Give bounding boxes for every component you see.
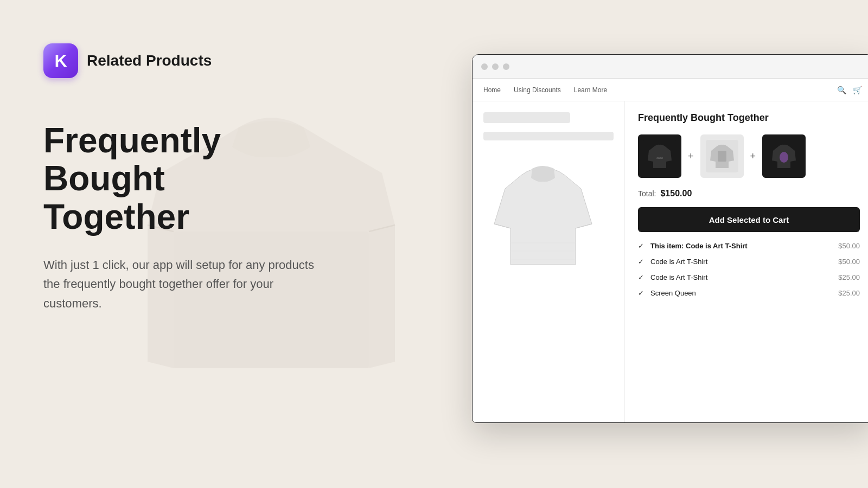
- svg-point-13: [780, 152, 788, 163]
- item-row: ✓ Code is Art T-Shirt $50.00: [638, 258, 860, 266]
- headline-line2: Together: [43, 197, 189, 236]
- add-to-cart-button[interactable]: Add Selected to Cart: [638, 207, 860, 232]
- page-subtext: With just 1 click, our app will setup fo…: [43, 255, 315, 313]
- search-icon[interactable]: 🔍: [837, 86, 846, 94]
- item-price-3: $25.00: [838, 273, 860, 281]
- check-icon-1: ✓: [638, 242, 644, 250]
- product-desc-skeleton: [483, 132, 614, 140]
- logo-letter: K: [54, 51, 67, 71]
- svg-rect-11: [718, 151, 726, 162]
- product-image-area: [473, 101, 624, 422]
- browser-chrome: [473, 55, 868, 79]
- nav-link-discounts[interactable]: Using Discounts: [514, 86, 561, 94]
- nav-icons: 🔍 🛒: [837, 86, 862, 94]
- headline-line1: Frequently Bought: [43, 121, 221, 198]
- browser-content: Frequently Bought Together code +: [473, 101, 868, 422]
- cart-icon[interactable]: 🛒: [853, 86, 862, 94]
- browser-dot-yellow: [492, 63, 499, 70]
- fbt-title: Frequently Bought Together: [638, 112, 860, 124]
- app-name: Related Products: [87, 52, 212, 69]
- item-row: ✓ This item: Code is Art T-Shirt $50.00: [638, 242, 860, 250]
- item-price-2: $50.00: [838, 258, 860, 266]
- browser-dot-green: [503, 63, 509, 70]
- browser-nav: Home Using Discounts Learn More 🔍 🛒: [473, 79, 868, 101]
- nav-link-learn[interactable]: Learn More: [574, 86, 607, 94]
- product-title-skeleton: [483, 112, 570, 123]
- thumbnail-1: code: [638, 134, 681, 178]
- check-icon-3: ✓: [638, 273, 644, 281]
- plus-icon-1: +: [688, 151, 694, 162]
- item-row: ✓ Screen Queen $25.00: [638, 289, 860, 297]
- product-main-image: [489, 159, 597, 273]
- total-row: Total: $150.00: [638, 189, 860, 198]
- thumbnails-row: code + +: [638, 134, 860, 178]
- left-panel: K Related Products Frequently Bought Tog…: [0, 0, 391, 488]
- thumbnail-2: [700, 134, 744, 178]
- total-label: Total:: [638, 189, 656, 198]
- thumbnail-3: [762, 134, 806, 178]
- plus-icon-2: +: [750, 151, 756, 162]
- item-row: ✓ Code is Art T-Shirt $25.00: [638, 273, 860, 281]
- browser-dot-red: [481, 63, 488, 70]
- nav-link-home[interactable]: Home: [483, 86, 501, 94]
- item-name-2: Code is Art T-Shirt: [650, 258, 832, 266]
- item-name-1: This item: Code is Art T-Shirt: [650, 242, 832, 250]
- product-image-box: [483, 153, 603, 278]
- product-details: Frequently Bought Together code +: [624, 101, 868, 422]
- browser-mockup: Home Using Discounts Learn More 🔍 🛒: [472, 54, 868, 423]
- page-headline: Frequently Bought Together: [43, 121, 347, 236]
- check-icon-2: ✓: [638, 258, 644, 266]
- total-price: $150.00: [660, 189, 692, 198]
- item-name-3: Code is Art T-Shirt: [650, 273, 832, 281]
- app-logo-icon: K: [43, 43, 78, 78]
- item-price-1: $50.00: [838, 242, 860, 250]
- nav-links: Home Using Discounts Learn More: [483, 86, 607, 94]
- item-list: ✓ This item: Code is Art T-Shirt $50.00 …: [638, 242, 860, 297]
- item-name-4: Screen Queen: [650, 289, 832, 297]
- item-price-4: $25.00: [838, 289, 860, 297]
- check-icon-4: ✓: [638, 289, 644, 297]
- svg-text:code: code: [656, 156, 663, 159]
- logo-area: K Related Products: [43, 43, 347, 78]
